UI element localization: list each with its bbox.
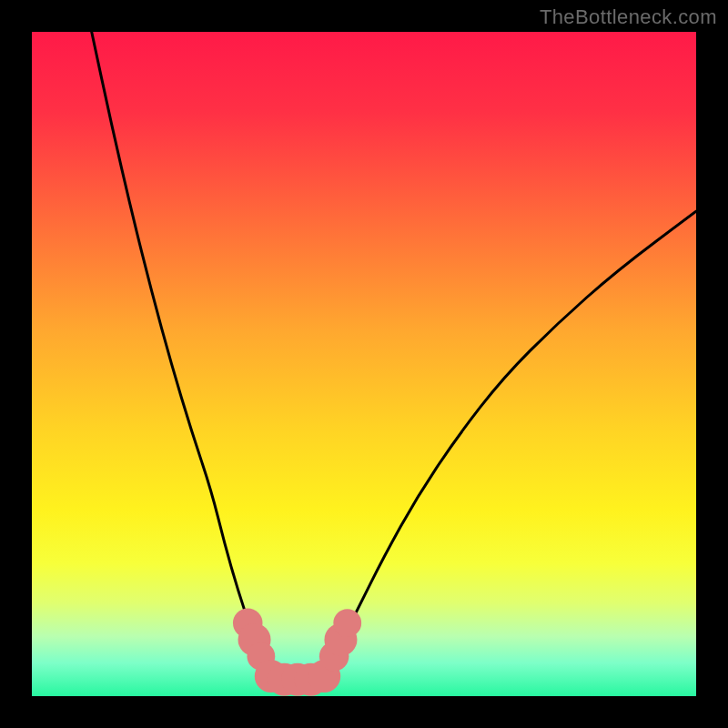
- bottleneck-curve: [32, 32, 696, 696]
- curve-left-branch: [92, 32, 271, 676]
- chart-frame: TheBottleneck.com: [0, 0, 728, 728]
- plot-area: [32, 32, 696, 696]
- valley-marker: [333, 609, 361, 637]
- watermark-text: TheBottleneck.com: [540, 5, 717, 29]
- curve-right-branch: [324, 211, 696, 676]
